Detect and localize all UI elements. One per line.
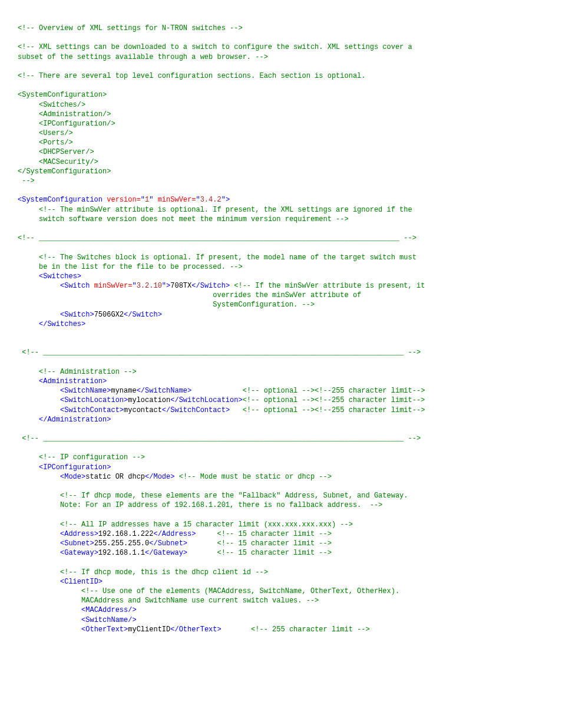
code-line: <Subnet>255.255.255.0</Subnet> <!-- 15 c… [18, 539, 544, 548]
code-line: <Switch>7506GX2</Switch> [18, 310, 544, 319]
code-line: <Ports/> [18, 138, 544, 147]
code-line [18, 424, 544, 434]
code-line: <SystemConfiguration version="1" minSwVe… [18, 195, 544, 205]
code-line: <!-- ___________________________________… [18, 233, 544, 243]
code-line: <!-- XML settings can be downloaded to a… [18, 42, 544, 52]
code-line: <!-- ___________________________________… [18, 434, 544, 443]
code-line: <!-- There are several top level configu… [18, 71, 544, 81]
code-line: <!-- Use one of the elements (MACAddress… [18, 587, 544, 596]
code-line: <Address>192.168.1.222</Address> <!-- 15… [18, 529, 544, 539]
code-line: <MACAddress/> [18, 605, 544, 615]
code-line [18, 510, 544, 520]
code-line: <SwitchName/> [18, 615, 544, 625]
code-line: subset of the settings available through… [18, 52, 544, 62]
code-line: --> [18, 176, 544, 186]
code-line [18, 186, 544, 195]
code-line: </Switches> [18, 319, 544, 329]
code-line: <!-- Administration --> [18, 367, 544, 377]
code-line [18, 224, 544, 233]
code-line: <SystemConfiguration> [18, 90, 544, 100]
code-line: <Switches> [18, 272, 544, 281]
code-line: </Administration> [18, 415, 544, 424]
code-line: <!-- Overview of XML settings for N-TRON… [18, 24, 544, 33]
code-line: <IPConfiguration> [18, 463, 544, 472]
code-line: SystemConfiguration. --> [18, 300, 544, 309]
code-line [18, 33, 544, 42]
code-line: <Mode>static OR dhcp</Mode> <!-- Mode mu… [18, 472, 544, 482]
code-line: <!-- If dhcp mode, these elements are th… [18, 491, 544, 500]
code-line: <!-- If dhcp mode, this is the dhcp clie… [18, 568, 544, 577]
code-line: <MACSecurity/> [18, 157, 544, 167]
code-line: <Administration> [18, 377, 544, 386]
code-line: <!-- All IP addresses have a 15 characte… [18, 520, 544, 529]
code-line: <SwitchContact>mycontact</SwitchContact>… [18, 406, 544, 415]
code-line [18, 243, 544, 252]
code-line: <Gateway>192.168.1.1</Gateway> <!-- 15 c… [18, 548, 544, 558]
code-line: <!-- The minSwVer attribute is optional.… [18, 205, 544, 215]
code-line: <SwitchLocation>mylocation</SwitchLocati… [18, 396, 544, 405]
code-line [18, 482, 544, 491]
code-line: <Switch minSwVer="3.2.10">708TX</Switch>… [18, 281, 544, 291]
code-line: <OtherText>myClientID</OtherText> <!-- 2… [18, 625, 544, 634]
code-line: <!-- The Switches block is optional. If … [18, 253, 544, 262]
code-line: be in the list for the file to be proces… [18, 262, 544, 272]
code-line: switch software version does not meet th… [18, 215, 544, 224]
code-line: <Users/> [18, 129, 544, 138]
code-line [18, 558, 544, 568]
xml-code-block: <!-- Overview of XML settings for N-TRON… [18, 24, 544, 634]
code-line: <Switches/> [18, 100, 544, 110]
code-line [18, 329, 544, 338]
code-line: <ClientID> [18, 577, 544, 587]
code-line: <DHCPServer/> [18, 147, 544, 157]
code-line [18, 81, 544, 90]
code-line [18, 338, 544, 348]
code-line [18, 62, 544, 71]
code-line [18, 358, 544, 367]
code-line [18, 443, 544, 453]
code-line: <Administration/> [18, 110, 544, 119]
code-line: MACAddress and SwitchName use current sw… [18, 596, 544, 605]
code-line: </SystemConfiguration> [18, 167, 544, 176]
code-line: <!-- IP configuration --> [18, 453, 544, 462]
code-line: <!-- ___________________________________… [18, 348, 544, 357]
code-line: <IPConfiguration/> [18, 119, 544, 129]
code-line: overrides the minSwVer attribute of [18, 291, 544, 300]
code-line: Note: For an IP address of 192.168.1.201… [18, 500, 544, 510]
code-line: <SwitchName>myname</SwitchName> <!-- opt… [18, 386, 544, 396]
